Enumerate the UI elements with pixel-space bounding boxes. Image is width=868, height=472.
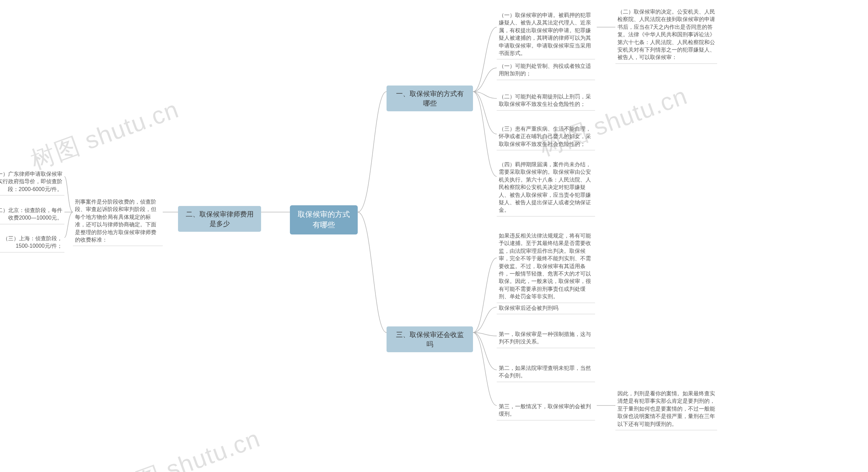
branch-1-leaf-1[interactable]: （一）取保候审的申请。被羁押的犯罪嫌疑人、被告人及其法定代理人、近亲属，有权提出… <box>497 10 595 59</box>
branch-3[interactable]: 三、取保候审还会收监吗 <box>387 326 473 352</box>
branch-3-leaf-3[interactable]: 第一，取保候审是一种强制措施，这与判不判刑没关系。 <box>497 329 595 348</box>
root-node[interactable]: 取保候审的方式有哪些 <box>290 205 358 234</box>
branch-1[interactable]: 一、取保候审的方式有哪些 <box>387 86 473 111</box>
mindmap-canvas: 树图 shutu.cn 树图 shutu.cn 树图 shutu.cn <box>0 0 868 472</box>
watermark: 树图 shutu.cn <box>26 93 183 177</box>
branch-1-leaf-1-sub[interactable]: （二）取保候审的决定。公安机关、人民检察院、人民法院在接到取保候审的申请书后，应… <box>615 7 717 64</box>
branch-3-leaf-2[interactable]: 取保候审后还会被判刑吗 <box>497 303 595 314</box>
branch-2-leaf-1-sub-3[interactable]: （三）上海：侦查阶段，1500-10000元/件； <box>0 233 64 252</box>
branch-2-leaf-1-sub-1[interactable]: （一）广东律师申请取保候审实行政府指导价，即侦查阶段：2000-6000元/件。 <box>0 169 64 195</box>
branch-2[interactable]: 二、取保候审律师费用是多少 <box>178 206 261 232</box>
branch-3-leaf-5-sub[interactable]: 因此，判刑是看你的案情。如果最终查实清楚是有犯罪事实那么肯定是要判刑的，至于量刑… <box>615 389 717 430</box>
branch-1-leaf-4[interactable]: （三）患有严重疾病、生活不能自理，怀孕或者正在哺乳自己婴儿的妇女，采取取保候审不… <box>497 124 595 150</box>
branch-3-leaf-1[interactable]: 如果违反相关法律法规规定，将有可能予以逮捕。至于其最终结果是否需要收监，由法院审… <box>497 231 595 303</box>
branch-3-leaf-4[interactable]: 第二，如果法院审理查明未犯罪，当然不会判刑。 <box>497 363 595 382</box>
branch-1-leaf-2[interactable]: （一）可能判处管制、拘役或者独立适用附加刑的； <box>497 61 595 80</box>
branch-1-leaf-3[interactable]: （二）可能判处有期徒刑以上刑罚，采取取保候审不致发生社会危险性的； <box>497 92 595 111</box>
watermark: 树图 shutu.cn <box>107 422 264 472</box>
branch-2-leaf-1[interactable]: 刑事案件是分阶段收费的，侦查阶段、审查起诉阶段和审判阶段，但每个地方物价局有具体… <box>73 197 163 246</box>
branch-1-leaf-5[interactable]: （四）羁押期限届满，案件尚未办结，需要采取取保候审的。取保候审由公安机关执行。第… <box>497 159 595 216</box>
branch-3-leaf-5[interactable]: 第三，一般情况下，取保候审的会被判缓刑。 <box>497 401 595 420</box>
branch-2-leaf-1-sub-2[interactable]: （二）北京：侦查阶段，每件收费2000—10000元。 <box>0 205 64 224</box>
